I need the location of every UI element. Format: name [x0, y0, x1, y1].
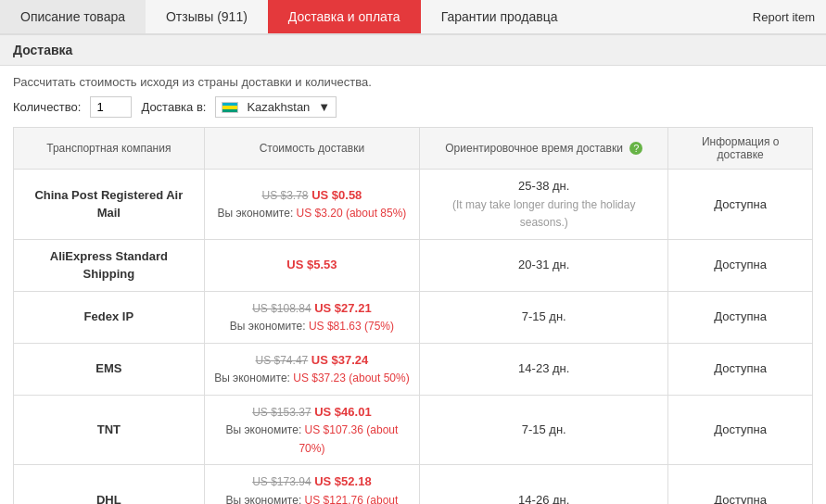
- price-discounted: US $0.58: [311, 188, 362, 202]
- dest-label: Доставка в:: [141, 100, 206, 114]
- col-info: Информация о доставке: [668, 128, 813, 170]
- carrier-cell: China Post Registered Air Mail: [14, 170, 205, 240]
- tab-description[interactable]: Описание товара: [0, 0, 146, 33]
- price-save: Вы экономите: US $37.23 (about 50%): [214, 372, 410, 384]
- price-save-amount: US $107.36 (about 70%): [299, 423, 398, 455]
- tab-guarantee[interactable]: Гарантии продавца: [421, 0, 578, 33]
- available-cell: Доступна: [668, 291, 813, 343]
- dest-select[interactable]: Kazakhstan ▼: [215, 96, 337, 118]
- price-save-amount: US $37.23 (about 50%): [293, 372, 409, 384]
- col-time: Ориентировочное время доставки ?: [420, 128, 668, 170]
- time-cell: 14-26 дн.: [420, 465, 668, 505]
- delivery-time: 7-15 дн.: [522, 422, 566, 436]
- available-cell: Доступна: [668, 343, 813, 395]
- price-cell: US $108.84 US $27.21Вы экономите: US $81…: [204, 291, 419, 343]
- price-original: US $3.78: [261, 189, 308, 202]
- available-cell: Доступна: [668, 395, 813, 465]
- qty-label: Количество:: [13, 100, 81, 114]
- price-save-amount: US $121.76 (about 70%): [299, 494, 398, 505]
- flag-icon: [222, 102, 238, 113]
- time-cell: 20-31 дн.: [420, 239, 668, 291]
- price-discounted: US $52.18: [314, 474, 371, 488]
- delivery-sub: (It may take longer during the holiday s…: [452, 198, 635, 230]
- price-discounted: US $37.24: [311, 353, 368, 367]
- delivery-time: 7-15 дн.: [522, 309, 566, 323]
- price-save: Вы экономите: US $81.63 (75%): [230, 320, 394, 333]
- col-carrier: Транспортная компания: [14, 128, 205, 170]
- price-original: US $153.37: [252, 406, 311, 419]
- delivery-time: 25-38 дн.: [518, 179, 569, 193]
- dest-country: Kazakhstan: [247, 100, 310, 114]
- price-save-amount: US $3.20 (about 85%): [297, 207, 407, 220]
- info-icon[interactable]: ?: [629, 142, 642, 155]
- price-save: Вы экономите: US $3.20 (about 85%): [217, 207, 406, 220]
- chevron-down-icon: ▼: [318, 100, 330, 114]
- carrier-cell: TNT: [14, 395, 205, 465]
- price-original: US $108.84: [252, 302, 311, 315]
- carrier-cell: AliExpress Standard Shipping: [14, 239, 205, 291]
- tab-reviews[interactable]: Отзывы (911): [146, 0, 268, 33]
- price-cell: US $173.94 US $52.18Вы экономите: US $12…: [204, 465, 419, 505]
- price-discounted: US $46.01: [314, 405, 371, 419]
- tab-delivery[interactable]: Доставка и оплата: [268, 0, 421, 33]
- report-link[interactable]: Report item: [742, 3, 826, 32]
- price-cell: US $3.78 US $0.58Вы экономите: US $3.20 …: [204, 170, 419, 240]
- price-save: Вы экономите: US $121.76 (about 70%): [225, 494, 398, 505]
- delivery-time: 14-26 дн.: [518, 493, 569, 505]
- carrier-cell: Fedex IP: [14, 291, 205, 343]
- delivery-time: 14-23 дн.: [518, 361, 569, 375]
- price-cell: US $153.37 US $46.01Вы экономите: US $10…: [204, 395, 419, 465]
- tabs-bar: Описание товара Отзывы (911) Доставка и …: [0, 0, 826, 34]
- shipping-table: Транспортная компания Стоимость доставки…: [13, 127, 813, 504]
- price-discounted: US $27.21: [314, 301, 371, 315]
- delivery-time: 20-31 дн.: [518, 258, 569, 271]
- time-cell: 25-38 дн.(It may take longer during the …: [420, 170, 668, 240]
- qty-input[interactable]: [90, 96, 132, 118]
- price-original: US $74.47: [256, 354, 309, 367]
- calc-description: Рассчитать стоимость исходя из страны до…: [13, 75, 813, 89]
- price-cell: US $5.53: [204, 239, 419, 291]
- price-save: Вы экономите: US $107.36 (about 70%): [225, 423, 398, 455]
- price-discounted: US $5.53: [286, 258, 337, 271]
- content-area: Рассчитать стоимость исходя из страны до…: [0, 66, 826, 504]
- price-cell: US $74.47 US $37.24Вы экономите: US $37.…: [204, 343, 419, 395]
- carrier-cell: EMS: [14, 343, 205, 395]
- col-price: Стоимость доставки: [204, 128, 419, 170]
- available-cell: Доступна: [668, 239, 813, 291]
- qty-row: Количество: Доставка в: Kazakhstan ▼: [13, 96, 813, 118]
- time-cell: 14-23 дн.: [420, 343, 668, 395]
- price-original: US $173.94: [252, 475, 311, 488]
- available-cell: Доступна: [668, 465, 813, 505]
- carrier-cell: DHL: [14, 465, 205, 505]
- time-cell: 7-15 дн.: [420, 395, 668, 465]
- time-cell: 7-15 дн.: [420, 291, 668, 343]
- available-cell: Доступна: [668, 170, 813, 240]
- section-header: Доставка: [0, 34, 826, 66]
- price-save-amount: US $81.63 (75%): [309, 320, 394, 333]
